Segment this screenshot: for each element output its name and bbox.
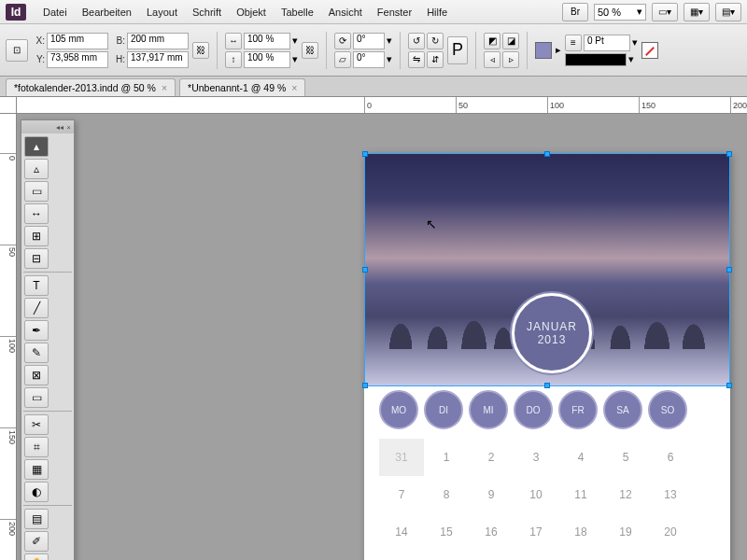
chevron-down-icon[interactable]: ▾ (292, 53, 298, 65)
stroke-style-field[interactable] (565, 53, 627, 66)
calendar-day[interactable]: 1 (424, 439, 469, 476)
close-icon[interactable]: × (162, 82, 167, 93)
gradient-feather-tool[interactable]: ◐ (24, 482, 49, 502)
document-page[interactable]: JANUAR 2013 MO DI MI DO FR SA SO 31 1 2 … (364, 153, 730, 560)
weekday-badge[interactable]: DO (514, 390, 553, 429)
chevron-down-icon[interactable]: ▾ (387, 53, 392, 65)
stroke-swatch[interactable] (641, 42, 658, 59)
menu-help[interactable]: Hilfe (419, 3, 455, 21)
select-prev-icon[interactable]: ◃ (484, 51, 500, 68)
shear-field[interactable]: 0° (353, 51, 385, 68)
calendar-day[interactable]: 7 (379, 476, 424, 513)
calendar-day[interactable]: 6 (648, 439, 693, 476)
pencil-tool[interactable]: ✎ (24, 343, 49, 363)
calendar-day[interactable]: 11 (558, 476, 603, 513)
selection-tool[interactable]: ▴ (24, 136, 49, 157)
screen-mode-button[interactable]: ▭▾ (652, 3, 678, 21)
select-container-icon[interactable]: ◩ (484, 33, 500, 49)
workspace-switcher[interactable]: ▤▾ (715, 3, 741, 21)
ruler-origin[interactable] (0, 97, 17, 114)
gap-tool[interactable]: ↔ (24, 203, 49, 224)
fill-swatch[interactable] (535, 42, 552, 59)
calendar-day[interactable]: 4 (558, 439, 603, 476)
stroke-weight-field[interactable]: 0 Pt (584, 35, 630, 51)
calendar-day[interactable]: 17 (514, 513, 558, 551)
select-content-icon[interactable]: ◪ (502, 33, 519, 49)
calendar-day[interactable]: 14 (379, 513, 424, 551)
calendar-day[interactable]: 13 (648, 476, 693, 513)
calendar-day[interactable]: 19 (603, 513, 648, 551)
note-tool[interactable]: ▤ (24, 509, 49, 529)
rotate-cw-icon[interactable]: ↻ (427, 33, 444, 49)
eyedropper-tool[interactable]: ✐ (24, 531, 49, 552)
constrain-scale-icon[interactable]: ⛓ (302, 42, 318, 59)
p-icon[interactable]: P (447, 36, 468, 64)
calendar-day[interactable]: 20 (648, 513, 693, 551)
collapse-icon[interactable]: ◂◂ (56, 123, 63, 132)
width-field[interactable]: 200 mm (127, 33, 189, 49)
calendar-day[interactable]: 18 (558, 513, 603, 551)
canvas[interactable]: JANUAR 2013 MO DI MI DO FR SA SO 31 1 2 … (17, 114, 747, 560)
calendar-day[interactable]: 2 (469, 439, 514, 476)
menu-edit[interactable]: Bearbeiten (75, 3, 139, 21)
close-icon[interactable]: × (66, 123, 71, 132)
line-tool[interactable]: ╱ (24, 298, 49, 318)
arrange-button[interactable]: ▦▾ (684, 3, 710, 21)
reference-point-proxy[interactable]: ⊡ (6, 39, 28, 62)
menu-window[interactable]: Fenster (370, 3, 419, 21)
doc-tab[interactable]: *fotokalender-2013.indd @ 50 %× (6, 78, 176, 96)
constrain-proportions-icon[interactable]: ⛓ (192, 42, 209, 59)
rotation-field[interactable]: 0° (353, 33, 385, 49)
scale-x-field[interactable]: 100 % (244, 33, 290, 49)
chevron-down-icon[interactable]: ▾ (632, 36, 638, 49)
x-field[interactable]: 105 mm (47, 33, 108, 49)
y-field[interactable]: 73,958 mm (47, 51, 108, 68)
rectangle-tool[interactable]: ▭ (24, 387, 49, 408)
direct-selection-tool[interactable]: ▵ (24, 159, 49, 179)
calendar-day[interactable]: 15 (424, 513, 469, 551)
weekday-badge[interactable]: SA (603, 390, 642, 429)
menu-table[interactable]: Tabelle (274, 3, 321, 21)
calendar-day[interactable]: 9 (469, 476, 514, 513)
height-field[interactable]: 137,917 mm (127, 51, 189, 68)
menu-view[interactable]: Ansicht (321, 3, 370, 21)
chevron-down-icon[interactable]: ▾ (628, 53, 634, 65)
menu-layout[interactable]: Layout (139, 3, 185, 21)
month-badge[interactable]: JANUAR 2013 (512, 293, 592, 373)
menu-object[interactable]: Objekt (229, 3, 274, 21)
content-collector-tool[interactable]: ⊞ (24, 226, 49, 246)
scale-y-field[interactable]: 100 % (244, 51, 290, 68)
calendar-day[interactable]: 16 (469, 513, 514, 551)
chevron-down-icon[interactable]: ▾ (387, 35, 392, 47)
horizontal-ruler[interactable]: 0 50 100 150 200 (17, 97, 747, 114)
calendar-day[interactable]: 5 (603, 439, 648, 476)
content-placer-tool[interactable]: ⊟ (24, 248, 49, 269)
chevron-down-icon[interactable]: ▸ (556, 44, 561, 56)
weekday-badge[interactable]: FR (558, 390, 598, 429)
weekday-badge[interactable]: MO (379, 390, 418, 429)
type-tool[interactable]: T (24, 275, 49, 296)
weekday-badge[interactable]: SO (648, 390, 687, 429)
flip-v-icon[interactable]: ⇵ (427, 51, 444, 68)
weekday-badge[interactable]: MI (469, 390, 508, 429)
pen-tool[interactable]: ✒ (24, 320, 49, 341)
doc-tab[interactable]: *Unbenannt-1 @ 49 %× (179, 78, 305, 96)
vertical-ruler[interactable]: 0 50 100 150 200 (0, 114, 17, 560)
select-next-icon[interactable]: ▹ (502, 51, 519, 68)
calendar-day[interactable]: 12 (603, 476, 648, 513)
bridge-button[interactable]: Br (562, 3, 588, 21)
calendar-day[interactable]: 3 (514, 439, 558, 476)
toolbox-header[interactable]: ◂◂× (21, 120, 74, 133)
free-transform-tool[interactable]: ⌗ (24, 437, 49, 457)
scissors-tool[interactable]: ✂ (24, 414, 49, 435)
calendar-day[interactable]: 8 (424, 476, 469, 513)
flip-h-icon[interactable]: ⇋ (408, 51, 425, 68)
menu-file[interactable]: Datei (35, 3, 75, 21)
zoom-level[interactable]: 50 %▾ (594, 4, 646, 21)
rotate-ccw-icon[interactable]: ↺ (408, 33, 425, 49)
calendar-day[interactable]: 10 (514, 476, 558, 513)
close-icon[interactable]: × (291, 82, 297, 93)
hand-tool[interactable]: ✋ (24, 553, 49, 560)
chevron-down-icon[interactable]: ▾ (292, 35, 298, 47)
toolbox-panel[interactable]: ◂◂× ▴ ▵ ▭ ↔ ⊞ ⊟ T ╱ ✒ ✎ ⊠ ▭ ✂ ⌗ ▦ ◐ ▤ ✐ … (21, 119, 75, 560)
